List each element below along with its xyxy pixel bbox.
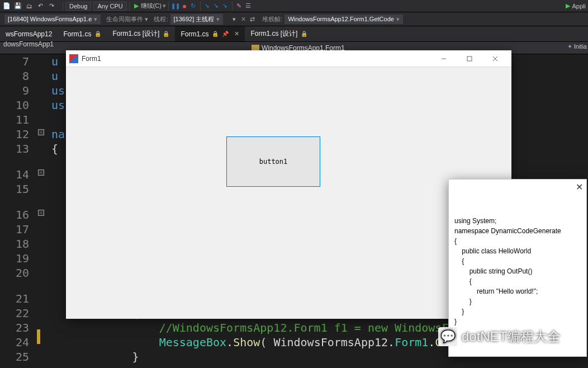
process-combo[interactable]: [16840] WindowsFormsApp1.e ▾	[4, 15, 101, 24]
main-toolbar: 📄 💾 🗂 ↶ ↷ Debug Any CPU 继续(C) ▾ ✎ ☰ Appl…	[0, 0, 588, 12]
pause-icon[interactable]	[171, 2, 180, 11]
separator	[232, 2, 233, 11]
doc-tab-4[interactable]: Form1.cs [设计]🔒	[245, 26, 313, 41]
fold-toggle[interactable]: -	[38, 169, 44, 176]
stackframe-label: 堆栈帧:	[262, 15, 282, 23]
doc-tab-3[interactable]: Form1.cs🔒📌✕	[175, 26, 245, 41]
button1[interactable]: button1	[226, 136, 320, 187]
app-icon	[69, 54, 78, 63]
pin-icon[interactable]: 📌	[222, 31, 229, 37]
thread-label: 线程:	[154, 15, 168, 23]
app-label: Appli	[572, 3, 586, 10]
doc-tab-0[interactable]: wsFormsApp12	[0, 26, 58, 41]
restart-icon[interactable]	[189, 2, 198, 11]
change-marker	[37, 329, 40, 344]
maximize-button[interactable]	[457, 50, 482, 67]
line-number: 7	[0, 54, 29, 69]
stop-icon[interactable]	[180, 2, 189, 11]
separator	[168, 2, 169, 11]
step-into-icon[interactable]	[203, 2, 212, 11]
continue-icon[interactable]	[132, 2, 141, 11]
step-out-icon[interactable]	[221, 2, 230, 11]
filter-clear-icon[interactable]: ✕	[239, 15, 248, 23]
step-over-icon[interactable]	[212, 2, 221, 11]
new-file-icon[interactable]: 📄	[2, 2, 11, 11]
lock-icon: 🔒	[163, 31, 169, 37]
close-icon[interactable]: ✕	[234, 30, 239, 37]
lock-icon: 🔒	[212, 31, 219, 37]
separator	[129, 2, 130, 11]
svg-rect-1	[467, 56, 472, 61]
lock-icon: 🔒	[94, 31, 101, 37]
debug-location-toolbar: [16840] WindowsFormsApp1.e ▾ 生命周期事件 ▾ 线程…	[0, 12, 588, 26]
minimize-button[interactable]	[431, 50, 457, 67]
filter-icon[interactable]	[230, 15, 239, 23]
fold-toggle[interactable]: -	[38, 129, 44, 135]
thread-combo[interactable]: [13692] 主线程 ▾	[170, 14, 224, 25]
configure-icon[interactable]: ☰	[244, 2, 253, 11]
redo-icon[interactable]: ↷	[47, 2, 56, 11]
doc-tab-1[interactable]: Form1.cs🔒	[58, 26, 107, 41]
swap-icon[interactable]	[248, 15, 257, 23]
line-number-gutter: 7 8 9 10 11 12 13 14 15 16 17 18 19 20 2…	[0, 54, 35, 368]
window-titlebar[interactable]: Form1	[66, 50, 511, 67]
doc-tab-2[interactable]: Form1.cs [设计]🔒	[107, 26, 175, 41]
popup-code-content: using System; namespace DynamicCodeGener…	[454, 216, 581, 327]
platform-combo[interactable]: Any CPU	[93, 2, 126, 11]
tools-icon[interactable]: ✎	[235, 2, 244, 11]
lock-icon: 🔒	[301, 31, 307, 37]
undo-icon[interactable]: ↶	[36, 2, 45, 11]
close-button[interactable]	[482, 50, 508, 67]
separator	[63, 2, 63, 11]
solution-config-combo[interactable]: Debug	[65, 2, 91, 11]
fold-gutter: - - -	[35, 54, 51, 368]
running-app-window: Form1 button1	[66, 50, 511, 319]
run-app-icon[interactable]	[563, 2, 572, 11]
window-title: Form1	[82, 55, 431, 63]
fold-toggle[interactable]: -	[38, 210, 44, 216]
side-panel-tab[interactable]: ✦ Initia	[567, 43, 587, 50]
continue-button[interactable]: 继续(C)	[141, 2, 162, 10]
separator	[200, 2, 201, 11]
save-icon[interactable]: 💾	[13, 2, 22, 11]
stackframe-combo[interactable]: WindowsFormsApp12.Form1.GetCode ▾	[284, 15, 403, 24]
popup-close-icon[interactable]: ✕	[576, 182, 583, 192]
code-tooltip-popup: ✕ using System; namespace DynamicCodeGen…	[448, 179, 587, 357]
lifecycle-icon[interactable]: 生命周期事件 ▾	[106, 15, 148, 23]
continue-dropdown[interactable]: ▾	[163, 2, 166, 10]
save-all-icon[interactable]: 🗂	[25, 2, 34, 11]
form-client-area[interactable]: button1	[66, 67, 511, 319]
